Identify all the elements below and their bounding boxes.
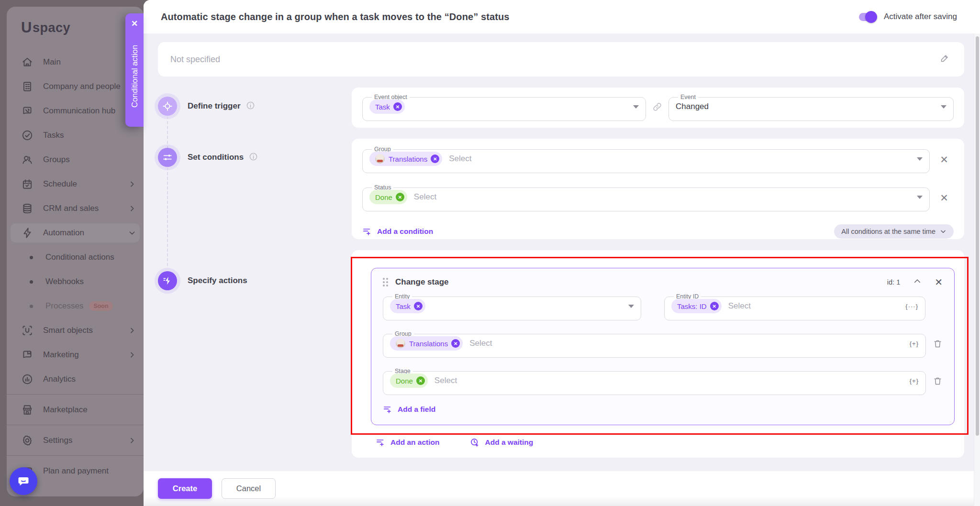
conditions-mode-dropdown[interactable]: All conditions at the same time bbox=[834, 224, 954, 239]
drag-handle-icon[interactable] bbox=[383, 278, 388, 286]
sidebar-item-conditional-actions[interactable]: Conditional actions bbox=[11, 248, 140, 267]
trigger-section-title: Define trigger bbox=[188, 101, 241, 111]
collapse-chevron-up-icon[interactable] bbox=[913, 277, 922, 287]
dropdown-caret-icon[interactable] bbox=[917, 157, 923, 161]
action-group-select[interactable]: Group Translations ✕ Select {+} bbox=[383, 331, 926, 358]
event-object-select[interactable]: Event object Task ✕ bbox=[362, 94, 646, 121]
gear-icon bbox=[21, 434, 33, 447]
conditional-action-drawer-tab[interactable]: ✕ Conditional action bbox=[125, 13, 144, 127]
insert-value-icon[interactable]: {+} bbox=[910, 340, 919, 347]
action-stage-select[interactable]: Stage Done ✕ Select {+} bbox=[383, 368, 926, 395]
action-field-group: Group Translations ✕ Select {+} bbox=[383, 331, 943, 358]
event-select[interactable]: Event Changed bbox=[668, 94, 954, 121]
sidebar-item-smart-objects[interactable]: Smart objects bbox=[11, 321, 140, 340]
chip-remove-icon[interactable]: ✕ bbox=[710, 302, 719, 310]
remove-action-icon[interactable]: ✕ bbox=[935, 277, 943, 287]
scrollbar-thumb[interactable] bbox=[976, 36, 979, 436]
dropdown-caret-icon[interactable] bbox=[917, 196, 923, 199]
conditions-section: Set conditions Group Translations bbox=[158, 139, 964, 239]
task-chip[interactable]: Task ✕ bbox=[369, 99, 405, 114]
dropdown-caret-icon[interactable] bbox=[628, 305, 634, 308]
done-chip[interactable]: Done ✕ bbox=[390, 374, 428, 388]
analytics-icon bbox=[21, 373, 33, 385]
sidebar-item-webhooks[interactable]: Webhooks bbox=[11, 272, 140, 291]
uspacy-logo[interactable]: Uspacy bbox=[7, 19, 144, 36]
marketplace-icon bbox=[21, 404, 33, 416]
sidebar-item-automation[interactable]: Automation bbox=[11, 223, 140, 242]
sidebar-item-analytics[interactable]: Analytics bbox=[11, 370, 140, 389]
name-placeholder: Not specified bbox=[170, 55, 220, 65]
done-chip[interactable]: Done ✕ bbox=[369, 190, 407, 204]
chat-launcher-button[interactable] bbox=[10, 467, 37, 495]
sidebar-item-schedule[interactable]: Schedule bbox=[11, 175, 140, 194]
panel-body: Not specified Define trigger bbox=[144, 33, 980, 471]
drawer-tab-label: Conditional action bbox=[130, 28, 139, 127]
sidebar-nav: Main Company and people Communication hu… bbox=[7, 53, 144, 481]
sidebar-item-settings[interactable]: Settings bbox=[11, 431, 140, 450]
select-placeholder: Select bbox=[434, 376, 457, 385]
entity-id-select[interactable]: Entity ID Tasks: ID ✕ Select {···} bbox=[664, 294, 925, 320]
trash-icon[interactable] bbox=[933, 376, 943, 388]
condition-row-status: Status Done ✕ Select ✕ bbox=[362, 185, 954, 211]
chevron-right-icon bbox=[128, 205, 136, 212]
variables-icon[interactable]: {···} bbox=[905, 303, 918, 310]
event-label: Event bbox=[678, 94, 698, 100]
automation-name-field[interactable]: Not specified bbox=[158, 42, 964, 77]
add-field-button[interactable]: Add a field bbox=[383, 405, 435, 414]
sidebar-divider bbox=[7, 425, 144, 425]
remove-condition-icon[interactable]: ✕ bbox=[935, 154, 954, 165]
sidebar-item-marketing[interactable]: Marketing bbox=[11, 345, 140, 364]
sidebar-item-crm-and-sales[interactable]: CRM and sales bbox=[11, 199, 140, 218]
bullet-icon bbox=[30, 305, 33, 308]
home-icon bbox=[21, 56, 33, 68]
close-icon[interactable]: ✕ bbox=[131, 20, 138, 28]
translations-chip[interactable]: Translations ✕ bbox=[390, 336, 463, 351]
entity-select[interactable]: Entity Task ✕ bbox=[383, 294, 641, 320]
add-condition-button[interactable]: Add a condition bbox=[362, 227, 433, 236]
marketing-icon bbox=[21, 349, 33, 361]
remove-condition-icon[interactable]: ✕ bbox=[935, 192, 954, 204]
condition-group-select[interactable]: Group Translations ✕ Select bbox=[362, 146, 930, 173]
cancel-button[interactable]: Cancel bbox=[222, 478, 276, 499]
calendar-icon bbox=[21, 178, 33, 190]
sidebar-item-groups[interactable]: Groups bbox=[11, 150, 140, 169]
chip-remove-icon[interactable]: ✕ bbox=[393, 102, 402, 111]
edit-pencil-icon[interactable] bbox=[939, 53, 950, 66]
select-placeholder: Select bbox=[469, 339, 492, 348]
activate-toggle-label: Activate after saving bbox=[884, 12, 957, 22]
sidebar-item-communication-hub[interactable]: Communication hub bbox=[11, 101, 140, 121]
chip-remove-icon[interactable]: ✕ bbox=[416, 376, 425, 385]
tasks-id-chip[interactable]: Tasks: ID ✕ bbox=[671, 299, 722, 313]
uspacy-logo-text: spacy bbox=[33, 21, 70, 35]
trigger-target-icon bbox=[158, 97, 177, 116]
sidebar-item-marketplace[interactable]: Marketplace bbox=[11, 400, 140, 419]
group-avatar bbox=[375, 154, 385, 164]
chip-remove-icon[interactable]: ✕ bbox=[451, 339, 460, 348]
insert-value-icon[interactable]: {+} bbox=[910, 377, 919, 385]
info-icon[interactable] bbox=[249, 152, 258, 163]
chip-remove-icon[interactable]: ✕ bbox=[431, 154, 439, 163]
create-button[interactable]: Create bbox=[158, 478, 212, 499]
add-action-button[interactable]: Add an action bbox=[376, 438, 439, 447]
task-chip[interactable]: Task ✕ bbox=[390, 299, 425, 313]
dropdown-caret-icon[interactable] bbox=[941, 105, 947, 109]
activate-toggle[interactable] bbox=[859, 13, 876, 21]
sidebar-item-tasks[interactable]: Tasks bbox=[11, 126, 140, 145]
tasks-icon bbox=[21, 129, 33, 142]
translations-chip[interactable]: Translations ✕ bbox=[369, 152, 442, 166]
actions-bolt-icon bbox=[158, 271, 177, 290]
link-icon bbox=[652, 102, 662, 114]
scrollbar-track[interactable] bbox=[974, 33, 980, 506]
condition-status-select[interactable]: Status Done ✕ Select bbox=[362, 185, 930, 211]
chevron-right-icon bbox=[128, 180, 136, 188]
chip-remove-icon[interactable]: ✕ bbox=[396, 193, 404, 201]
add-waiting-button[interactable]: Add a waiting bbox=[470, 438, 533, 447]
sidebar-item-main[interactable]: Main bbox=[11, 53, 140, 72]
chip-remove-icon[interactable]: ✕ bbox=[414, 302, 423, 310]
trash-icon[interactable] bbox=[933, 339, 943, 351]
sidebar-item-company-and-people[interactable]: Company and people bbox=[11, 77, 140, 96]
trigger-card: Event object Task ✕ Event Chang bbox=[352, 88, 964, 128]
info-icon[interactable] bbox=[246, 101, 255, 112]
chevron-right-icon bbox=[128, 327, 136, 334]
dropdown-caret-icon[interactable] bbox=[633, 105, 639, 109]
